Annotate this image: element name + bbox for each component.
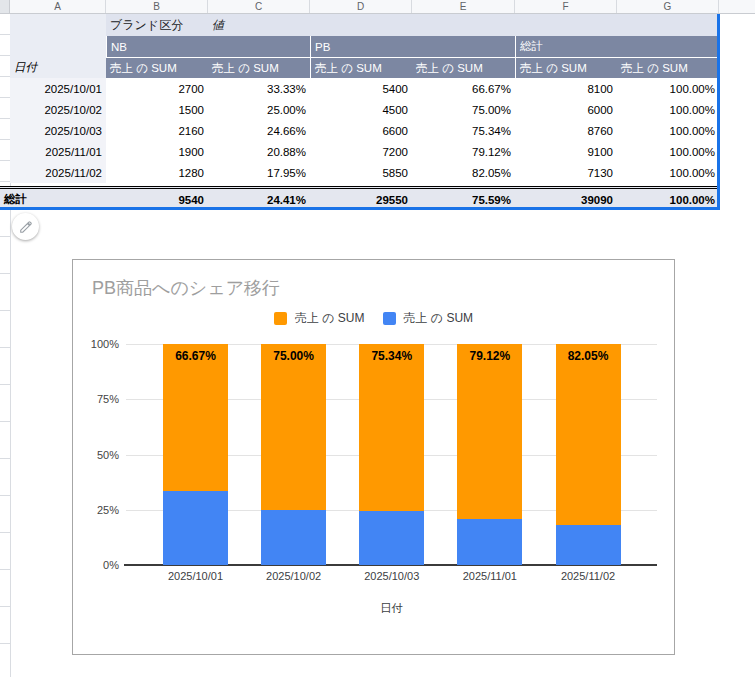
chart-title: PB商品へのシェア移行 [92,276,280,300]
bar-segment-nb [261,510,326,565]
pivot-measure-row: 日付 売上 の SUM売上 の SUM売上 の SUM売上 の SUM売上 の … [10,57,719,78]
bar-data-label: 82.05% [556,344,621,363]
column-header-a[interactable]: A [10,0,106,13]
column-header-strip: A B C D E F G [0,0,755,14]
column-header-d[interactable]: D [310,0,412,13]
column-header-e[interactable]: E [412,0,515,13]
pivot-value-cell[interactable]: 7130 [515,162,617,183]
pivot-values-label[interactable]: 値 [208,14,310,36]
legend-item[interactable]: 売上 の SUM [274,310,365,327]
pivot-value-cell[interactable]: 8100 [515,78,617,99]
cell-a1[interactable] [10,14,106,36]
pivot-value-cell[interactable]: 66.67% [412,78,515,99]
pivot-value-cell[interactable]: 8760 [515,120,617,141]
pivot-value-cell[interactable]: 20.88% [208,141,310,162]
column-header-filler [719,0,755,13]
pivot-row-header[interactable]: 2025/11/01 [10,141,106,162]
bar-segment-pb: 66.67% [163,344,228,491]
pivot-row-header[interactable]: 2025/10/02 [10,99,106,120]
pivot-value-cell[interactable]: 75.00% [412,99,515,120]
pivot-value-cell[interactable]: 33.33% [208,78,310,99]
stacked-bar[interactable]: 82.05% [556,344,621,565]
selection-border-bottom [0,207,720,210]
x-axis-tick-label: 2025/11/01 [441,570,539,582]
pivot-value-cell[interactable]: 17.95% [208,162,310,183]
pivot-value-cell[interactable]: 75.34% [412,120,515,141]
pivot-value-cell[interactable]: 5400 [310,78,412,99]
column-header-c[interactable]: C [208,0,310,13]
pivot-value-cell[interactable]: 7200 [310,141,412,162]
pivot-row-header[interactable]: 2025/10/03 [10,120,106,141]
pivot-value-cell[interactable]: 9100 [515,141,617,162]
pivot-measure-header[interactable]: 売上 の SUM [310,57,412,78]
pivot-row-dimension-label[interactable]: 日付 [10,57,106,78]
y-axis-tick-label: 100% [73,338,119,350]
legend-swatch [383,312,396,325]
pivot-measure-header[interactable]: 売上 の SUM [617,57,719,78]
pivot-value-cell[interactable]: 100.00% [617,141,719,162]
legend-item[interactable]: 売上 の SUM [383,310,474,327]
table-row: 2025/11/01190020.88%720079.12%9100100.00… [10,141,719,162]
pivot-value-cell[interactable]: 100.00% [617,120,719,141]
bar-segment-pb: 75.34% [359,344,424,511]
pivot-value-cell[interactable]: 1280 [106,162,208,183]
pivot-value-cell[interactable]: 25.00% [208,99,310,120]
bar-segment-pb: 79.12% [457,344,522,519]
row-gutter-lower [0,200,10,677]
cell-a2[interactable] [10,36,106,57]
pivot-value-cell[interactable]: 4500 [310,99,412,120]
row-gutter-corner [0,0,10,13]
table-row: 2025/10/03216024.66%660075.34%8760100.00… [10,120,719,141]
pivot-value-cell[interactable]: 79.12% [412,141,515,162]
bar-data-label: 75.34% [359,344,424,363]
bar-data-label: 75.00% [261,344,326,363]
pivot-group-total[interactable]: 総計 [515,36,719,57]
pivot-value-cell[interactable]: 2160 [106,120,208,141]
selection-border-right [717,14,720,210]
bar-segment-nb [556,525,621,565]
y-axis-tick-label: 50% [73,449,119,461]
bar-segment-pb: 82.05% [556,344,621,525]
pivot-value-cell[interactable]: 100.00% [617,99,719,120]
pivot-value-cell[interactable]: 5850 [310,162,412,183]
pivot-value-cell[interactable]: 82.05% [412,162,515,183]
bar-segment-pb: 75.00% [261,344,326,510]
pivot-measure-header[interactable]: 売上 の SUM [106,57,208,78]
pivot-measure-header[interactable]: 売上 の SUM [515,57,617,78]
pivot-row-header[interactable]: 2025/10/01 [10,78,106,99]
table-row: 2025/10/02150025.00%450075.00%6000100.00… [10,99,719,120]
y-axis-tick-label: 75% [73,393,119,405]
pivot-value-cell[interactable]: 1500 [106,99,208,120]
pivot-measure-header[interactable]: 売上 の SUM [412,57,515,78]
pivot-value-cell[interactable]: 6600 [310,120,412,141]
edit-pivot-button[interactable] [12,213,39,240]
pivot-value-cell[interactable]: 2700 [106,78,208,99]
pivot-measure-header[interactable]: 売上 の SUM [208,57,310,78]
chart-object[interactable]: PB商品へのシェア移行 売上 の SUM売上 の SUM 0%25%50%75%… [72,259,675,655]
pivot-group-nb[interactable]: NB [106,36,310,57]
table-row: 2025/11/02128017.95%585082.05%7130100.00… [10,162,719,183]
column-header-b[interactable]: B [106,0,208,13]
x-axis-tick-label: 2025/10/03 [343,570,441,582]
column-header-g[interactable]: G [617,0,719,13]
pivot-group-pb[interactable]: PB [310,36,515,57]
x-axis-title: 日付 [126,601,657,616]
legend-label: 売上 の SUM [295,310,365,327]
pivot-value-cell[interactable]: 100.00% [617,78,719,99]
pivot-value-cell[interactable]: 1900 [106,141,208,162]
legend-label: 売上 の SUM [404,310,474,327]
stacked-bar[interactable]: 79.12% [457,344,522,565]
table-row: 2025/10/01270033.33%540066.67%8100100.00… [10,78,719,99]
pivot-value-cell[interactable]: 6000 [515,99,617,120]
column-header-f[interactable]: F [515,0,617,13]
pivot-value-cell[interactable]: 24.66% [208,120,310,141]
pivot-value-cell[interactable]: 100.00% [617,162,719,183]
cell-d1-g1[interactable] [310,14,719,36]
x-axis-tick-label: 2025/11/02 [539,570,637,582]
bar-data-label: 66.67% [163,344,228,363]
stacked-bar[interactable]: 75.34% [359,344,424,565]
stacked-bar[interactable]: 66.67% [163,344,228,565]
stacked-bar[interactable]: 75.00% [261,344,326,565]
pivot-column-dimension-label[interactable]: ブランド区分 [106,14,208,36]
pivot-row-header[interactable]: 2025/11/02 [10,162,106,183]
